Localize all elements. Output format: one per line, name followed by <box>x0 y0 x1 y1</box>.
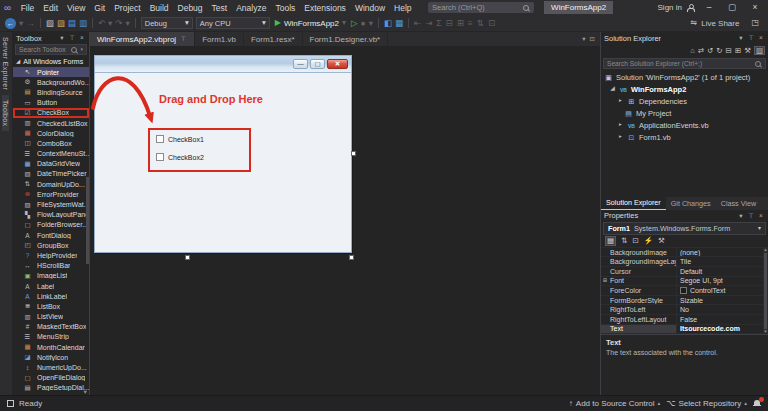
pin-icon[interactable] <box>68 35 76 42</box>
property-value[interactable]: Segoe UI, 9pt <box>680 277 723 284</box>
hot-reload-button[interactable] <box>361 19 366 28</box>
notifications-bell-icon[interactable] <box>753 399 761 408</box>
toolbox-item[interactable]: ☰ MenuStrip <box>13 332 89 342</box>
properties-tool-icon[interactable] <box>744 47 751 55</box>
property-row[interactable]: ForeColor ControlText <box>601 286 768 296</box>
show-all-files-icon[interactable] <box>735 47 741 55</box>
scrollbar-thumb[interactable] <box>764 253 767 328</box>
toolbox-item[interactable]: ↕ NumericUpDo... <box>13 362 89 372</box>
resize-handle-corner[interactable] <box>349 255 354 260</box>
maximize-button[interactable] <box>724 3 740 12</box>
toolbox-item[interactable]: ▨ FileSystemWat... <box>13 199 89 209</box>
toolbox-item[interactable]: ▥ ListView <box>13 312 89 322</box>
quick-search-box[interactable]: Search (Ctrl+Q) <box>428 2 534 13</box>
toolbox-item[interactable]: ⇅ DomainUpDo... <box>13 179 89 189</box>
toolbox-item[interactable]: ▣ ImageList <box>13 271 89 281</box>
select-repository-button[interactable]: Select Repository <box>666 399 747 408</box>
switch-views-icon[interactable] <box>754 46 765 56</box>
checkbox1-control[interactable]: CheckBox1 <box>156 135 204 143</box>
toolbox-item[interactable]: ◫ ComboBox <box>13 138 89 148</box>
save-button[interactable] <box>68 19 76 28</box>
start-debugging-button[interactable]: WinFormsApp2 <box>275 19 346 28</box>
menu-item[interactable]: Project <box>110 3 145 13</box>
toolbox-group-header[interactable]: All Windows Forms <box>13 56 89 67</box>
designer-toolbar-icon[interactable]: ≡ <box>468 18 473 28</box>
menu-item[interactable]: Build <box>145 3 173 13</box>
resize-handle-right[interactable] <box>351 151 356 156</box>
menu-item[interactable]: Window <box>350 3 389 13</box>
menu-item[interactable]: Help <box>390 3 416 13</box>
tab-class-view[interactable]: Class View <box>716 197 761 210</box>
toolbox-item[interactable]: ▦ MonthCalendar <box>13 342 89 352</box>
designer-toolbar-icon[interactable]: ⊡ <box>488 18 495 28</box>
toolbox-item[interactable]: ☑ CheckBox <box>13 108 89 118</box>
toolbox-scrollbar[interactable] <box>86 177 89 264</box>
menu-item[interactable]: Tools <box>271 3 300 13</box>
close-icon[interactable] <box>757 35 765 42</box>
designer-toolbar-icon[interactable]: ⇤ <box>414 18 421 28</box>
property-row[interactable]: Text Itsourcecode.com <box>601 325 768 335</box>
properties-view-icon[interactable] <box>632 237 638 245</box>
open-file-button[interactable] <box>57 19 65 28</box>
menu-item[interactable]: Debug <box>173 3 207 13</box>
property-row[interactable]: RightToLeftLayout False <box>601 315 768 325</box>
redo-dropdown-icon[interactable] <box>125 19 129 28</box>
tree-row-solution[interactable]: Solution 'WinFormsApp2' (1 of 1 project) <box>601 71 768 83</box>
property-row[interactable]: Cursor Default <box>601 267 768 277</box>
properties-scrollbar[interactable] <box>763 248 768 334</box>
new-project-button[interactable] <box>46 19 54 28</box>
toolbox-item[interactable]: ◰ GroupBox <box>13 240 89 250</box>
menu-item[interactable]: Analyze <box>232 3 271 13</box>
property-value[interactable]: No <box>680 306 689 313</box>
document-tab[interactable]: Form1.vb <box>195 32 244 46</box>
designer-toolbar-icon[interactable]: ⊟ <box>446 18 453 28</box>
events-icon[interactable] <box>644 237 653 245</box>
menu-item[interactable]: File <box>16 3 39 13</box>
designed-form[interactable]: — ▢ ✕ Drag and Drop Here CheckBox1 Check… <box>94 55 352 253</box>
property-value[interactable]: Tile <box>680 258 691 265</box>
tab-git-changes[interactable]: Git Changes <box>666 197 716 210</box>
property-value[interactable]: Sizable <box>680 297 703 304</box>
toolbox-item[interactable]: ⊗ ErrorProvider <box>13 189 89 199</box>
navigate-forward-button[interactable] <box>26 19 35 28</box>
designer-toolbar-icon[interactable]: Σ <box>436 18 441 28</box>
toolbox-item[interactable]: ▤ BindingSource <box>13 87 89 97</box>
close-icon[interactable] <box>78 35 86 42</box>
property-value[interactable]: Itsourcecode.com <box>680 325 740 332</box>
collapse-all-icon[interactable] <box>726 47 732 55</box>
window-position-icon[interactable] <box>58 35 66 42</box>
toolbox-item[interactable]: ▧ DateTimePicker <box>13 169 89 179</box>
live-share-button[interactable]: Live Share <box>690 19 763 28</box>
toolbox-item[interactable]: ▤ PageSetupDial... <box>13 383 89 393</box>
property-pages-icon[interactable] <box>658 237 665 245</box>
toolbox-item[interactable]: ▚ FlowLayoutPanel <box>13 210 89 220</box>
home-icon[interactable] <box>690 47 695 55</box>
toolbox-item[interactable]: ▦ DataGridView <box>13 159 89 169</box>
sync-with-active-document-icon[interactable] <box>698 47 704 55</box>
pending-changes-filter-icon[interactable] <box>707 47 713 55</box>
menu-item[interactable]: Extensions <box>300 3 351 13</box>
back-dropdown-icon[interactable] <box>19 19 23 28</box>
expander-icon[interactable] <box>617 122 624 128</box>
expander-icon[interactable] <box>617 134 624 140</box>
property-value[interactable]: ControlText <box>690 287 725 294</box>
feedback-icon[interactable] <box>751 19 759 27</box>
refresh-icon[interactable] <box>716 47 722 55</box>
tab-solution-explorer[interactable]: Solution Explorer <box>601 197 666 210</box>
property-row[interactable]: RightToLeft No <box>601 305 768 315</box>
toolbox-item[interactable]: ▢ FolderBrowser... <box>13 220 89 230</box>
toolbox-item[interactable]: ▥ CheckedListBox <box>13 118 89 128</box>
property-value[interactable]: Default <box>680 268 702 275</box>
chevron-down-icon[interactable] <box>369 19 373 28</box>
toolbox-item[interactable]: A Label <box>13 281 89 291</box>
property-row[interactable]: BackgroundImageLayout Tile <box>601 257 768 267</box>
checkbox-icon[interactable] <box>156 135 164 143</box>
tree-row-application-events[interactable]: ApplicationEvents.vb <box>601 119 768 131</box>
toolbox-item[interactable]: # MaskedTextBox <box>13 322 89 332</box>
add-to-source-control-button[interactable]: Add to Source Control <box>569 399 660 408</box>
scroll-up-icon[interactable] <box>763 248 767 253</box>
property-row[interactable]: Font Segoe UI, 9pt <box>601 277 768 287</box>
save-all-button[interactable] <box>79 19 87 28</box>
scroll-down-icon[interactable] <box>763 330 767 335</box>
undo-button[interactable] <box>98 19 105 28</box>
